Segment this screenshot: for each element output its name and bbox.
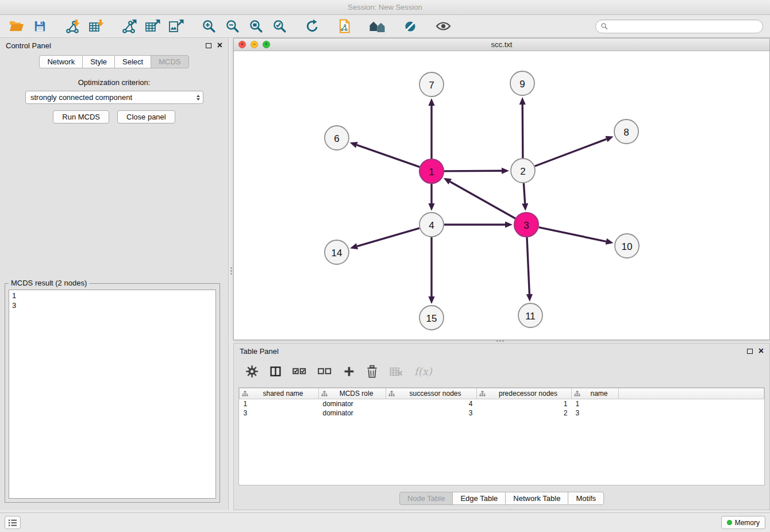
show-hide-panels-button[interactable]	[434, 18, 452, 35]
deselect-all-columns-button[interactable]	[318, 365, 332, 378]
import-network-button[interactable]	[63, 18, 82, 35]
status-list-button[interactable]	[5, 516, 21, 529]
tab-mcds[interactable]: MCDS	[151, 55, 188, 68]
graph-edge-3-1[interactable]	[444, 178, 515, 218]
network-canvas[interactable]: 7968124314101511	[234, 51, 769, 340]
column-header-mcds-role[interactable]: MCDS role	[319, 388, 386, 399]
vertical-splitter-grip[interactable]	[229, 263, 233, 278]
criterion-select[interactable]: strongly connected component	[25, 91, 203, 104]
graph-edge-1-4[interactable]	[428, 184, 434, 211]
table-row[interactable]: 1dominator411	[240, 399, 764, 409]
graph-node-11[interactable]: 11	[518, 303, 542, 327]
graph-node-3[interactable]: 3	[514, 213, 538, 237]
close-panel-button[interactable]: Close panel	[117, 110, 175, 124]
table-tab-node-table[interactable]: Node Table	[399, 492, 453, 505]
graph-edge-2-9[interactable]	[519, 97, 526, 158]
close-panel-icon[interactable]: ×	[217, 41, 222, 50]
table-cell[interactable]: 3	[240, 408, 319, 418]
mcds-result-node[interactable]: 3	[12, 300, 213, 310]
search-input[interactable]	[611, 22, 758, 30]
table-cell[interactable]: 1	[240, 399, 319, 409]
window-zoom-icon[interactable]: +	[263, 41, 270, 48]
search-box[interactable]	[595, 20, 763, 33]
graph-node-1[interactable]: 1	[419, 159, 444, 183]
svg-text:8: 8	[623, 127, 629, 138]
export-table-button[interactable]	[143, 18, 161, 35]
delete-column-button[interactable]	[366, 365, 378, 378]
table-cell[interactable]: dominator	[319, 399, 386, 409]
open-session-button[interactable]	[7, 18, 25, 35]
graph-edge-4-3[interactable]	[444, 221, 513, 228]
graph-edge-1-2[interactable]	[444, 168, 509, 174]
svg-text:9: 9	[519, 79, 525, 90]
table-cell[interactable]: 1	[477, 399, 572, 409]
table-cell[interactable]: 3	[572, 408, 619, 418]
mcds-result-list[interactable]: 13	[9, 290, 216, 499]
split-columns-button[interactable]	[270, 365, 282, 377]
refresh-layout-button[interactable]	[303, 18, 321, 35]
graph-edge-4-14[interactable]	[350, 228, 419, 249]
zoom-fit-button[interactable]	[247, 18, 265, 35]
table-tab-edge-table[interactable]: Edge Table	[452, 492, 506, 505]
graph-node-6[interactable]: 6	[325, 126, 349, 150]
graph-edge-4-15[interactable]	[428, 237, 434, 304]
zoom-out-button[interactable]	[223, 18, 241, 35]
graph-edge-3-11[interactable]	[526, 237, 533, 302]
settings-gear-button[interactable]	[245, 365, 259, 378]
float-table-panel-icon[interactable]	[747, 349, 753, 354]
graph-node-4[interactable]: 4	[419, 213, 444, 237]
network-window-titlebar[interactable]: × − + scc.txt	[234, 38, 769, 51]
column-header-predecessor-nodes[interactable]: predecessor nodes	[477, 388, 572, 399]
export-image-button[interactable]	[167, 18, 185, 35]
graph-node-15[interactable]: 15	[419, 306, 444, 330]
table-panel: Table Panel × f(x) shared nameMCDS roles…	[233, 343, 770, 510]
svg-text:15: 15	[426, 313, 437, 324]
graph-edge-3-10[interactable]	[539, 228, 614, 245]
app-titlebar: Session: New Session	[0, 0, 770, 15]
column-header-name[interactable]: name	[572, 388, 619, 399]
save-session-button[interactable]	[30, 18, 49, 35]
graph-edge-1-6[interactable]	[350, 142, 420, 167]
zoom-in-button[interactable]	[199, 18, 218, 35]
window-minimize-icon[interactable]: −	[251, 41, 258, 48]
window-close-icon[interactable]: ×	[238, 41, 246, 48]
table-cell[interactable]: dominator	[319, 408, 386, 418]
mcds-result-node[interactable]: 1	[12, 291, 213, 300]
open-network-file-button[interactable]	[336, 18, 354, 35]
table-row[interactable]: 3dominator323	[240, 408, 764, 418]
graph-node-7[interactable]: 7	[419, 72, 444, 97]
graph-node-8[interactable]: 8	[614, 119, 638, 144]
tab-network[interactable]: Network	[39, 55, 83, 68]
table-cell[interactable]: 2	[477, 408, 572, 418]
add-column-button[interactable]	[343, 365, 355, 377]
graph-node-14[interactable]: 14	[325, 240, 349, 264]
graph-node-2[interactable]: 2	[511, 159, 535, 183]
column-header-successor-nodes[interactable]: successor nodes	[386, 388, 477, 399]
graph-node-9[interactable]: 9	[510, 71, 534, 95]
table-tab-network-table[interactable]: Network Table	[505, 492, 568, 505]
column-header-shared-name[interactable]: shared name	[240, 388, 319, 399]
graph-node-10[interactable]: 10	[615, 234, 639, 258]
graph-edge-2-3[interactable]	[522, 183, 528, 211]
tab-select[interactable]: Select	[114, 55, 151, 68]
table-cell[interactable]: 1	[572, 399, 619, 409]
select-all-columns-button[interactable]	[292, 365, 307, 378]
tab-style[interactable]: Style	[82, 55, 115, 68]
graph-edge-2-8[interactable]	[535, 136, 614, 166]
export-network-button[interactable]	[120, 18, 138, 35]
network-overview-button[interactable]	[368, 18, 387, 35]
float-panel-icon[interactable]	[206, 43, 211, 48]
table-cell[interactable]: 3	[386, 408, 477, 418]
table-cell-filler	[619, 408, 764, 418]
zoom-selected-button[interactable]	[270, 18, 288, 35]
horizontal-splitter-grip[interactable]	[492, 339, 508, 342]
style-preview-button[interactable]	[401, 18, 419, 35]
table-panel-header: Table Panel ×	[234, 344, 769, 358]
table-tab-motifs[interactable]: Motifs	[568, 492, 604, 505]
memory-button[interactable]: Memory	[721, 516, 765, 529]
import-table-button[interactable]	[87, 18, 105, 35]
run-mcds-button[interactable]: Run MCDS	[53, 110, 109, 124]
table-cell[interactable]: 4	[386, 399, 477, 409]
close-table-panel-icon[interactable]: ×	[759, 346, 764, 356]
graph-edge-1-7[interactable]	[428, 98, 434, 159]
